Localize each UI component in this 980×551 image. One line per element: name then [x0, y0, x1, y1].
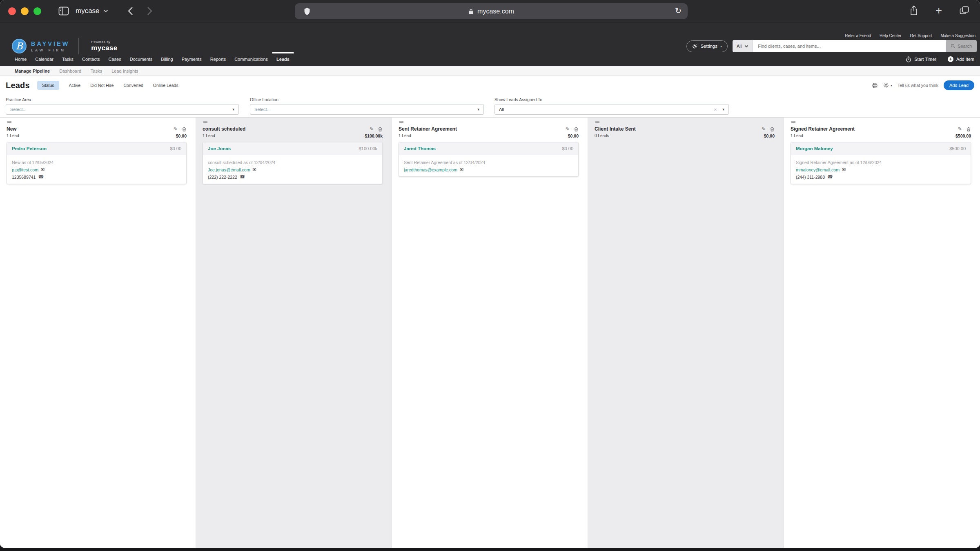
- edit-lane-icon[interactable]: ✎: [762, 126, 766, 132]
- lead-email-link[interactable]: p.p@test.com: [12, 167, 38, 172]
- search-icon: [951, 44, 956, 49]
- add-item-label: Add Item: [956, 57, 974, 62]
- lead-email-link[interactable]: jaredthomas@example.com: [404, 167, 457, 172]
- delete-lane-icon[interactable]: [182, 127, 187, 132]
- lead-value: $0.00: [562, 146, 573, 151]
- office-location-select[interactable]: Select... ▾: [250, 104, 484, 115]
- back-icon[interactable]: [128, 7, 133, 16]
- settings-button[interactable]: Settings ▾: [686, 40, 728, 52]
- assigned-to-select[interactable]: All × ▾: [494, 104, 729, 115]
- nav-item-calendar[interactable]: Calendar: [35, 55, 53, 63]
- practice-area-value: Select...: [10, 107, 27, 112]
- nav-item-home[interactable]: Home: [15, 55, 27, 63]
- subnav-lead-insights[interactable]: Lead Insights: [111, 69, 138, 73]
- nav-item-documents[interactable]: Documents: [130, 55, 153, 63]
- app-header: Refer a Friend Help Center Get Support M…: [0, 22, 980, 66]
- view-pill-online-leads[interactable]: Online Leads: [153, 81, 178, 90]
- lead-name-link[interactable]: Morgan Maloney: [796, 146, 833, 151]
- sidebar-icon[interactable]: [58, 7, 69, 16]
- lead-phone: 1235689741: [12, 175, 36, 180]
- nav-item-cases[interactable]: Cases: [109, 55, 121, 63]
- board-settings-dropdown[interactable]: ▾: [883, 82, 892, 88]
- share-icon[interactable]: [909, 5, 918, 18]
- view-pill-active[interactable]: Active: [69, 81, 81, 90]
- lead-email-link[interactable]: Joe.jonas@email.com: [208, 167, 250, 172]
- start-timer-button[interactable]: Start Timer: [906, 56, 936, 62]
- edit-lane-icon[interactable]: ✎: [958, 126, 962, 132]
- edit-lane-icon[interactable]: ✎: [566, 126, 570, 132]
- address-bar[interactable]: mycase.com ↻: [295, 3, 688, 19]
- lead-name-link[interactable]: Joe Jonas: [208, 146, 231, 151]
- delete-lane-icon[interactable]: [770, 127, 775, 132]
- clear-filter-icon[interactable]: ×: [714, 107, 717, 112]
- utility-links: Refer a Friend Help Center Get Support M…: [845, 33, 976, 38]
- tab-title: mycase: [76, 7, 100, 15]
- view-pill-status[interactable]: Status: [37, 81, 59, 90]
- add-item-button[interactable]: + Add Item: [948, 56, 974, 62]
- search-button[interactable]: Search: [946, 40, 977, 52]
- new-tab-icon[interactable]: +: [935, 5, 942, 16]
- minimize-window-button[interactable]: [21, 7, 29, 15]
- edit-lane-icon[interactable]: ✎: [174, 126, 178, 132]
- zoom-window-button[interactable]: [33, 7, 41, 15]
- refer-a-friend-link[interactable]: Refer a Friend: [845, 33, 871, 38]
- lane-title: Sent Retainer Agreement: [399, 126, 457, 132]
- url-text: mycase.com: [477, 8, 514, 15]
- nav-item-payments[interactable]: Payments: [182, 55, 202, 63]
- close-window-button[interactable]: [8, 7, 16, 15]
- history-navigation: [128, 7, 152, 16]
- delete-lane-icon[interactable]: [574, 127, 579, 132]
- tab-group-menu[interactable]: mycase: [76, 7, 108, 15]
- brand-divider: [78, 38, 79, 54]
- nav-item-contacts[interactable]: Contacts: [82, 55, 100, 63]
- lead-card[interactable]: Pedro Peterson $0.00 New as of 12/05/202…: [7, 142, 187, 184]
- lane-total: $500.00: [956, 133, 971, 138]
- nav-item-reports[interactable]: Reports: [210, 55, 226, 63]
- lane-count: 1 Lead: [203, 133, 215, 138]
- lead-card[interactable]: Joe Jonas $100.00k consult scheduled as …: [203, 142, 383, 184]
- view-pill-did-not-hire[interactable]: Did Not Hire: [90, 81, 114, 90]
- help-center-link[interactable]: Help Center: [880, 33, 901, 38]
- envelope-icon: ✉: [460, 167, 463, 172]
- lane-total: $0.00: [568, 133, 579, 138]
- lead-name-link[interactable]: Jared Thomas: [404, 146, 436, 151]
- nav-item-leads[interactable]: Leads: [276, 55, 290, 63]
- lane-count: 1 Lead: [399, 133, 411, 138]
- search-scope-dropdown[interactable]: All: [733, 40, 753, 52]
- delete-lane-icon[interactable]: [378, 127, 383, 132]
- feedback-link[interactable]: Tell us what you think: [898, 83, 938, 88]
- nav-item-communications[interactable]: Communications: [234, 55, 268, 63]
- lead-card[interactable]: Jared Thomas $0.00 Sent Retainer Agreeme…: [399, 142, 579, 177]
- drag-handle-icon[interactable]: [7, 121, 11, 123]
- drag-handle-icon[interactable]: [399, 121, 403, 123]
- view-pill-converted[interactable]: Converted: [123, 81, 143, 90]
- reload-icon[interactable]: ↻: [675, 6, 682, 16]
- pipeline-board: New ✎ 1 Lead $0.00 Pedro Peterson $0.00 …: [0, 118, 980, 548]
- search-input[interactable]: [753, 40, 946, 52]
- subnav-dashboard[interactable]: Dashboard: [59, 69, 81, 73]
- drag-handle-icon[interactable]: [791, 121, 795, 123]
- mycase-wordmark: mycase: [91, 44, 117, 52]
- get-support-link[interactable]: Get Support: [910, 33, 932, 38]
- add-lead-button[interactable]: Add Lead: [944, 80, 974, 90]
- header-right-tools: Settings ▾ All Search: [686, 40, 977, 52]
- subnav-manage-pipeline[interactable]: Manage Pipeline: [15, 69, 50, 73]
- drag-handle-icon[interactable]: [203, 121, 207, 123]
- practice-area-select[interactable]: Select... ▾: [6, 104, 239, 115]
- firm-name-line1: BAYVIEW: [31, 40, 69, 47]
- delete-lane-icon[interactable]: [966, 127, 971, 132]
- print-icon[interactable]: [872, 82, 878, 89]
- make-a-suggestion-link[interactable]: Make a Suggestion: [940, 33, 976, 38]
- tab-overview-icon[interactable]: [959, 6, 969, 17]
- nav-item-billing[interactable]: Billing: [161, 55, 173, 63]
- lead-email-link[interactable]: mmaloney@email.com: [796, 167, 840, 172]
- gear-icon: [692, 44, 697, 49]
- lead-card[interactable]: Morgan Maloney $500.00 Signed Retainer A…: [791, 142, 971, 184]
- subnav-tasks[interactable]: Tasks: [91, 69, 102, 73]
- drag-handle-icon[interactable]: [595, 121, 599, 123]
- forward-icon[interactable]: [147, 7, 152, 16]
- nav-item-tasks[interactable]: Tasks: [62, 55, 74, 63]
- edit-lane-icon[interactable]: ✎: [370, 126, 374, 132]
- leads-header-row: Leads Status Active Did Not Hire Convert…: [0, 76, 980, 95]
- lead-name-link[interactable]: Pedro Peterson: [12, 146, 47, 151]
